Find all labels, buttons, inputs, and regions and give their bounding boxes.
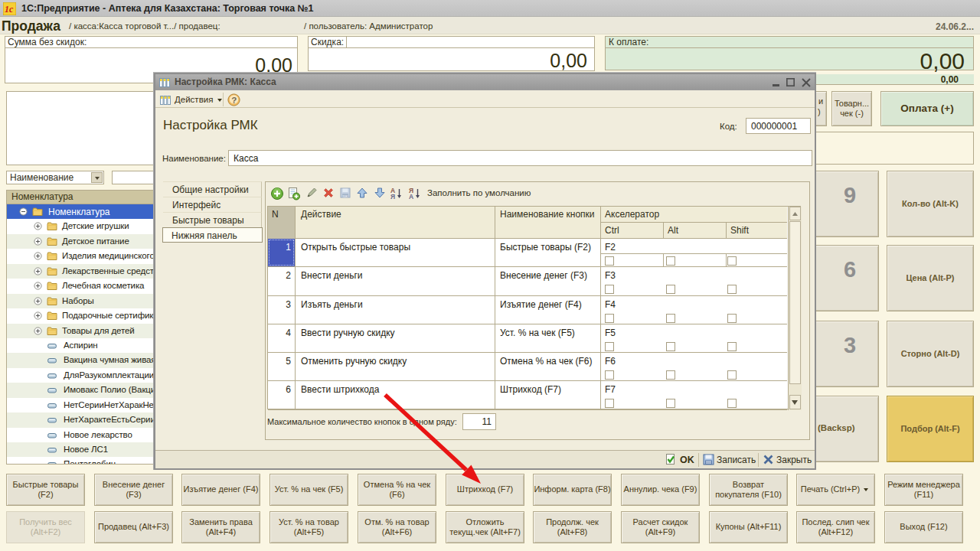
svg-text:Я: Я <box>390 193 395 201</box>
svg-text:?: ? <box>231 96 237 105</box>
svg-text:А: А <box>409 193 413 201</box>
svg-text:1c: 1c <box>5 4 14 15</box>
svg-text:ток: ток <box>342 194 348 198</box>
